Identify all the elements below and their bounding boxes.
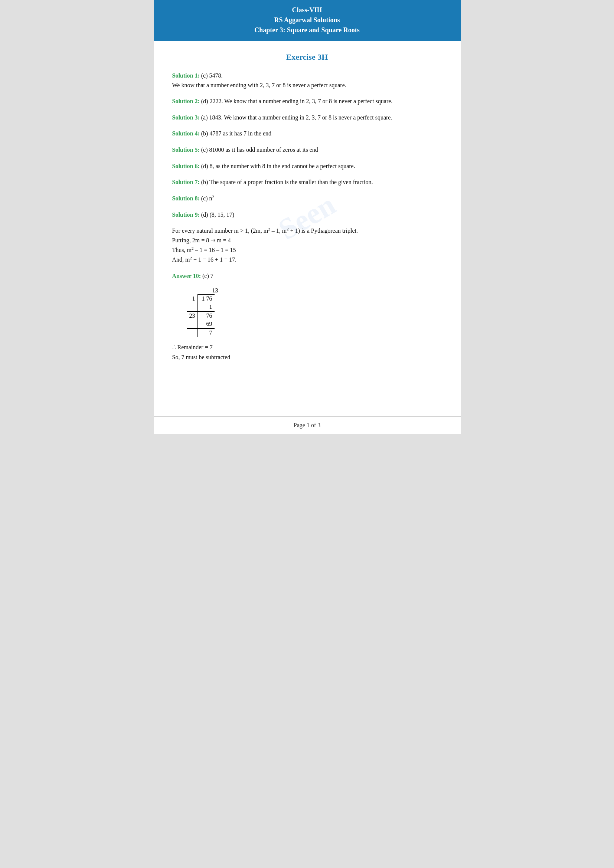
solution-3-inline: (a) 1843. We know that a number ending i… <box>200 114 392 121</box>
page-header: Class-VIII RS Aggarwal Solutions Chapter… <box>154 0 460 41</box>
solution-8-label: Solution 8: <box>172 195 200 202</box>
solution-5: Solution 5: (c) 81000 as it has odd numb… <box>172 145 442 155</box>
solution-1-body: We know that a number ending with 2, 3, … <box>172 81 442 90</box>
ld-sub2: 69 <box>198 320 215 329</box>
solution-7-inline: (b) The square of a proper fraction is t… <box>200 179 373 185</box>
solution-7-label: Solution 7: <box>172 179 200 185</box>
solution-6: Solution 6: (d) 8, as the number with 8 … <box>172 161 442 171</box>
header-title: Class-VIII RS Aggarwal Solutions Chapter… <box>161 5 453 35</box>
header-line1: Class-VIII <box>161 5 453 15</box>
s9-line4: And, m2 + 1 = 16 + 1 = 17. <box>172 255 442 265</box>
solution-1-inline: (c) 5478. <box>200 72 223 79</box>
solution-9: Solution 9: (d) (8, 15, 17) <box>172 210 442 220</box>
header-line2: RS Aggarwal Solutions <box>161 15 453 25</box>
ld-remainder-num: 76 <box>198 312 215 320</box>
answer-10-text: (c) 7 <box>201 273 214 279</box>
answer-10: Answer 10: (c) 7 <box>172 271 442 281</box>
solution-2-label: Solution 2: <box>172 98 200 104</box>
s9-line1: For every natural number m > 1, (2m, m2 … <box>172 226 442 236</box>
ld-dividend-text: 1 76 <box>202 295 212 302</box>
page-number: Page 1 of 3 <box>294 422 320 428</box>
solution-5-label: Solution 5: <box>172 147 200 153</box>
solution-6-label: Solution 6: <box>172 163 200 169</box>
solution-1: Solution 1: (c) 5478. We know that a num… <box>172 71 442 90</box>
ld-dividend: 1 76 <box>198 294 215 303</box>
main-content: Exercise 3H Solution 1: (c) 5478. We kno… <box>154 41 460 434</box>
ld-row-5: 7 <box>187 329 215 337</box>
solution-8: Solution 8: (c) n2 <box>172 194 442 203</box>
ld-remainder-final: 7 <box>198 329 215 337</box>
ld-sub1: 1 <box>198 303 215 312</box>
answer-10-label: Answer 10: <box>172 273 201 279</box>
s9-line2: Putting, 2m = 8 ⇒ m = 4 <box>172 236 442 245</box>
solution-5-inline: (c) 81000 as it has odd number of zeros … <box>200 147 318 153</box>
solution-3: Solution 3: (a) 1843. We know that a num… <box>172 113 442 122</box>
exercise-title: Exercise 3H <box>172 52 442 62</box>
ld-row-3: 23 76 <box>187 312 215 320</box>
ld-quotient-value: 13 <box>212 287 218 293</box>
solution-7: Solution 7: (b) The square of a proper f… <box>172 177 442 187</box>
remainder-line2: So, 7 must be subtracted <box>172 352 442 362</box>
ld-row-1: 1 1 76 <box>187 294 215 303</box>
ld-divisor-2: 23 <box>187 312 198 320</box>
solution-2: Solution 2: (d) 2222. We know that a num… <box>172 96 442 106</box>
solution-1-label: Solution 1: <box>172 72 200 79</box>
solution-3-label: Solution 3: <box>172 114 200 121</box>
ld-row-4: 69 <box>187 320 215 329</box>
remainder-line1: ∴ Remainder = 7 <box>172 342 442 352</box>
ld-table: 1 1 76 1 23 76 69 <box>187 294 215 337</box>
ld-quotient: 13 <box>212 287 442 294</box>
ld-divisor-1: 1 <box>187 294 198 303</box>
page-footer: Page 1 of 3 <box>154 416 460 434</box>
remainder-block: ∴ Remainder = 7 So, 7 must be subtracted <box>172 342 442 362</box>
solution-4-label: Solution 4: <box>172 130 200 136</box>
header-line3: Chapter 3: Square and Square Roots <box>161 25 453 35</box>
solution-2-inline: (d) 2222. We know that a number ending i… <box>200 98 393 104</box>
solution-9-label: Solution 9: <box>172 212 200 218</box>
solution-4-inline: (b) 4787 as it has 7 in the end <box>200 130 271 136</box>
solution-9-inline: (d) (8, 15, 17) <box>200 212 234 218</box>
solution-6-inline: (d) 8, as the number with 8 in the end c… <box>200 163 355 169</box>
page: Class-VIII RS Aggarwal Solutions Chapter… <box>154 0 460 434</box>
solution-8-inline: (c) n2 <box>200 195 214 202</box>
ld-row-2: 1 <box>187 303 215 312</box>
solution-9-extra: For every natural number m > 1, (2m, m2 … <box>172 226 442 264</box>
s9-line3: Thus, m2 – 1 = 16 – 1 = 15 <box>172 245 442 255</box>
long-division: 13 1 1 76 1 23 76 <box>187 287 442 337</box>
solution-4: Solution 4: (b) 4787 as it has 7 in the … <box>172 129 442 138</box>
